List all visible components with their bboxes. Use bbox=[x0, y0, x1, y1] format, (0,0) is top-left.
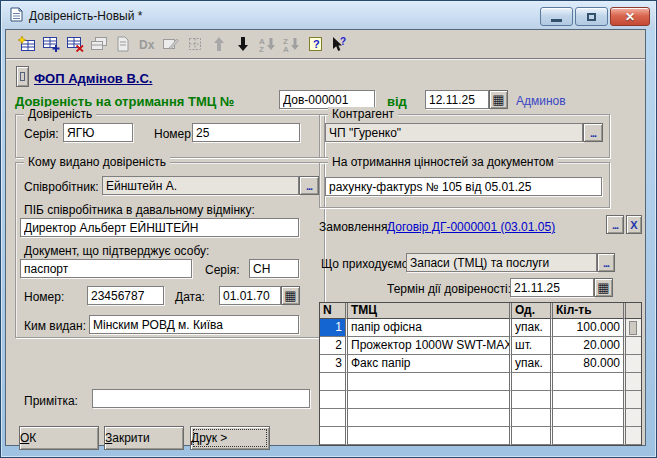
issued-group-title: Кому видано довіреність bbox=[24, 155, 170, 169]
table-cell[interactable]: Прожектор 1000W SWT-MAX bbox=[345, 337, 509, 355]
series-input[interactable] bbox=[63, 123, 133, 142]
collapse-header-icon bbox=[20, 72, 25, 81]
table-cell-empty[interactable] bbox=[345, 409, 509, 427]
svg-text:A: A bbox=[283, 45, 289, 52]
table-scrollbar-gutter[interactable] bbox=[623, 337, 641, 355]
col-header-tmc: ТМЦ bbox=[345, 303, 509, 319]
table-scrollbar-gutter[interactable] bbox=[623, 373, 641, 391]
table-scrollbar-gutter[interactable] bbox=[623, 391, 641, 409]
doc-date-calendar-button[interactable]: ▦ bbox=[489, 90, 508, 109]
table-cell-empty[interactable] bbox=[550, 373, 623, 391]
table-scrollbar-gutter[interactable] bbox=[623, 427, 641, 445]
doc-series-input[interactable] bbox=[249, 259, 299, 278]
close-icon: ✕ bbox=[625, 10, 635, 24]
restore-icon bbox=[587, 13, 596, 21]
table-cell[interactable]: 1 bbox=[320, 319, 345, 337]
table-cell-empty[interactable] bbox=[509, 373, 550, 391]
receiving-select-button[interactable]: ... bbox=[597, 253, 615, 272]
order-select-button[interactable]: ... bbox=[606, 215, 624, 234]
scrollbar-thumb[interactable] bbox=[629, 321, 637, 335]
table-cell[interactable]: упак. bbox=[509, 355, 550, 373]
table-cell[interactable]: упак. bbox=[509, 319, 550, 337]
table-cell-empty[interactable] bbox=[320, 427, 345, 445]
collapse-header-button[interactable] bbox=[16, 66, 29, 87]
table-cell[interactable]: 2 bbox=[320, 337, 345, 355]
table-cell[interactable]: Факс папір bbox=[345, 355, 509, 373]
receiving-field[interactable] bbox=[406, 253, 597, 272]
counterparty-select-button[interactable]: ... bbox=[583, 123, 603, 142]
issued-by-input[interactable] bbox=[89, 315, 299, 334]
validity-date-input[interactable] bbox=[510, 278, 594, 297]
move-down-icon[interactable] bbox=[231, 34, 255, 54]
document-basis-input[interactable] bbox=[325, 177, 602, 196]
table-cell-empty[interactable] bbox=[345, 427, 509, 445]
table-cell[interactable]: шт. bbox=[509, 337, 550, 355]
edit-cell-icon bbox=[159, 34, 183, 54]
table-cell-empty[interactable] bbox=[345, 391, 509, 409]
table-cell-empty[interactable] bbox=[320, 409, 345, 427]
employee-select-button[interactable]: ... bbox=[299, 176, 319, 195]
attorney-group-title: Довіреність bbox=[24, 107, 96, 121]
passport-date-calendar-button[interactable]: ▦ bbox=[281, 286, 300, 305]
identity-doc-label: Документ, що підтверджує особу: bbox=[24, 244, 209, 258]
table-scrollbar-gutter[interactable] bbox=[623, 303, 641, 319]
table-cell[interactable]: 80.000 bbox=[550, 355, 623, 373]
note-input[interactable] bbox=[92, 389, 310, 408]
table-grid-icon bbox=[183, 34, 207, 54]
restore-button[interactable] bbox=[575, 7, 608, 26]
new-row-icon[interactable] bbox=[15, 34, 39, 54]
table-cell-empty[interactable] bbox=[550, 427, 623, 445]
employee-field[interactable] bbox=[102, 176, 299, 195]
counterparty-field[interactable] bbox=[325, 123, 583, 142]
series-label: Серія: bbox=[24, 127, 59, 141]
context-help-icon[interactable]: ? bbox=[327, 34, 351, 54]
table-scrollbar-gutter[interactable] bbox=[623, 355, 641, 373]
author-label: Админов bbox=[516, 94, 566, 108]
table-cell-empty[interactable] bbox=[320, 373, 345, 391]
order-clear-button[interactable]: X bbox=[626, 215, 642, 234]
calendar-icon: ▦ bbox=[597, 283, 609, 293]
document-icon bbox=[10, 7, 23, 25]
name-dative-input[interactable] bbox=[20, 218, 299, 237]
table-cell-empty[interactable] bbox=[509, 391, 550, 409]
svg-text:?: ? bbox=[313, 38, 320, 50]
minimize-icon bbox=[551, 19, 562, 22]
validity-label: Термін дії довіреності: bbox=[387, 282, 511, 296]
passport-number-input[interactable] bbox=[87, 286, 164, 305]
table-cell[interactable]: 3 bbox=[320, 355, 345, 373]
col-header-qty: Кіл-ть bbox=[550, 303, 623, 319]
add-row-icon[interactable] bbox=[39, 34, 63, 54]
doc-date-input[interactable] bbox=[425, 90, 489, 109]
help-icon[interactable]: ? bbox=[303, 34, 327, 54]
close-button[interactable]: ✕ bbox=[610, 7, 650, 26]
table-cell-empty[interactable] bbox=[509, 409, 550, 427]
document-window: Довіреність-Новый * ✕ Dx AZ ZA ? ? ФОП bbox=[0, 0, 657, 458]
table-cell-empty[interactable] bbox=[320, 391, 345, 409]
move-up-icon bbox=[207, 34, 231, 54]
table-scrollbar-gutter[interactable] bbox=[623, 409, 641, 427]
print-button[interactable]: Друк > bbox=[190, 426, 270, 450]
firm-link[interactable]: ФОП Адмінов В.С. bbox=[34, 71, 152, 86]
table-cell-empty[interactable] bbox=[509, 427, 550, 445]
table-cell[interactable]: 20.000 bbox=[550, 337, 623, 355]
validity-calendar-button[interactable]: ▦ bbox=[594, 278, 613, 297]
col-header-unit: Од. bbox=[509, 303, 550, 319]
ellipsis-icon: ... bbox=[590, 129, 596, 137]
close-form-button[interactable]: Закрити bbox=[104, 426, 184, 450]
minimize-button[interactable] bbox=[540, 7, 573, 26]
identity-doc-input[interactable] bbox=[20, 259, 192, 278]
note-label: Примітка: bbox=[24, 394, 78, 408]
table-cell-empty[interactable] bbox=[550, 391, 623, 409]
number-input[interactable] bbox=[192, 123, 300, 142]
table-cell[interactable]: 100.000 bbox=[550, 319, 623, 337]
order-link[interactable]: Договір ДГ-0000001 (03.01.05) bbox=[387, 220, 555, 234]
ok-button[interactable]: ОК bbox=[19, 426, 99, 450]
table-cell-empty[interactable] bbox=[345, 373, 509, 391]
table-scrollbar-gutter[interactable] bbox=[623, 319, 641, 337]
passport-date-input[interactable] bbox=[219, 286, 281, 305]
title-bar[interactable]: Довіреність-Новый * ✕ bbox=[2, 2, 655, 29]
delete-row-icon[interactable] bbox=[63, 34, 87, 54]
table-cell-empty[interactable] bbox=[550, 409, 623, 427]
receiving-label: Що приходуємо: bbox=[321, 257, 412, 271]
table-cell[interactable]: папір офісна bbox=[345, 319, 509, 337]
